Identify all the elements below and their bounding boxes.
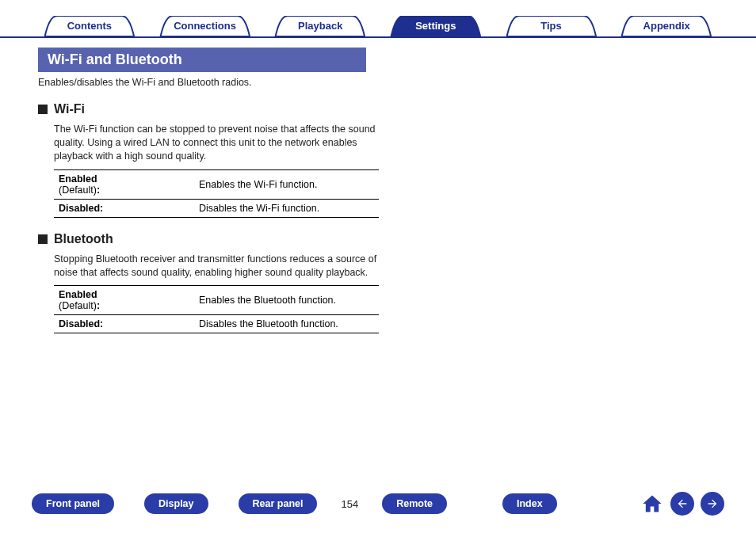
- opt-desc: Enables the Bluetooth function.: [194, 286, 379, 315]
- page-subtitle: Enables/disables the Wi-Fi and Bluetooth…: [38, 77, 756, 88]
- bottom-nav: Front panel Display Rear panel 154 Remot…: [0, 492, 756, 516]
- bullet-square-icon: [38, 234, 48, 244]
- tab-connections[interactable]: Connections: [150, 16, 261, 36]
- tab-label: Contents: [67, 20, 112, 32]
- bullet-square-icon: [38, 105, 48, 114]
- table-row: Enabled (Default): Enables the Bluetooth…: [54, 286, 379, 315]
- tab-label: Connections: [174, 20, 236, 32]
- opt-desc: Disables the Bluetooth function.: [194, 315, 379, 333]
- tab-settings[interactable]: Settings: [380, 16, 491, 36]
- desc-wifi: The Wi-Fi function can be stopped to pre…: [54, 123, 379, 163]
- page-title: Wi-Fi and Bluetooth: [38, 48, 366, 72]
- options-table-bluetooth: Enabled (Default): Enables the Bluetooth…: [54, 285, 379, 333]
- table-row: Enabled (Default): Enables the Wi-Fi fun…: [54, 169, 379, 199]
- opt-label: Enabled (Default):: [54, 286, 194, 315]
- opt-label: Disabled:: [54, 199, 194, 217]
- tab-contents[interactable]: Contents: [34, 16, 145, 36]
- prev-page-icon[interactable]: [670, 492, 694, 516]
- opt-label: Disabled:: [54, 315, 194, 333]
- top-tabs: Contents Connections Playback Settings T…: [0, 0, 756, 38]
- section-wifi: Wi-Fi The Wi-Fi function can be stopped …: [38, 102, 379, 218]
- options-table-wifi: Enabled (Default): Enables the Wi-Fi fun…: [54, 169, 379, 218]
- opt-desc: Disables the Wi-Fi function.: [194, 199, 379, 217]
- display-button[interactable]: Display: [144, 493, 208, 514]
- heading-text: Bluetooth: [54, 232, 113, 246]
- next-page-icon[interactable]: [701, 492, 724, 516]
- remote-button[interactable]: Remote: [382, 493, 447, 514]
- tab-label: Appendix: [643, 20, 690, 32]
- tab-label: Tips: [540, 20, 562, 32]
- heading-wifi: Wi-Fi: [38, 102, 379, 116]
- nav-icons: [640, 492, 724, 516]
- tab-label: Settings: [415, 20, 456, 32]
- opt-label: Enabled (Default):: [54, 169, 194, 199]
- desc-bluetooth: Stopping Bluetooth receiver and transmit…: [54, 253, 379, 280]
- index-button[interactable]: Index: [502, 493, 557, 514]
- page-number: 154: [341, 498, 358, 510]
- table-row: Disabled: Disables the Wi-Fi function.: [54, 199, 379, 217]
- heading-text: Wi-Fi: [54, 102, 85, 116]
- home-icon[interactable]: [640, 492, 664, 516]
- front-panel-button[interactable]: Front panel: [32, 493, 114, 514]
- bottom-mid-group: Remote Index: [382, 493, 557, 514]
- tab-playback[interactable]: Playback: [265, 16, 376, 36]
- tab-tips[interactable]: Tips: [496, 16, 607, 36]
- section-bluetooth: Bluetooth Stopping Bluetooth receiver an…: [38, 232, 379, 334]
- tab-appendix[interactable]: Appendix: [611, 16, 722, 36]
- tab-label: Playback: [298, 20, 342, 32]
- table-row: Disabled: Disables the Bluetooth functio…: [54, 315, 379, 333]
- rear-panel-button[interactable]: Rear panel: [239, 493, 318, 514]
- heading-bluetooth: Bluetooth: [38, 232, 379, 246]
- bottom-left-group: Front panel Display Rear panel: [32, 493, 317, 514]
- opt-desc: Enables the Wi-Fi function.: [194, 169, 379, 199]
